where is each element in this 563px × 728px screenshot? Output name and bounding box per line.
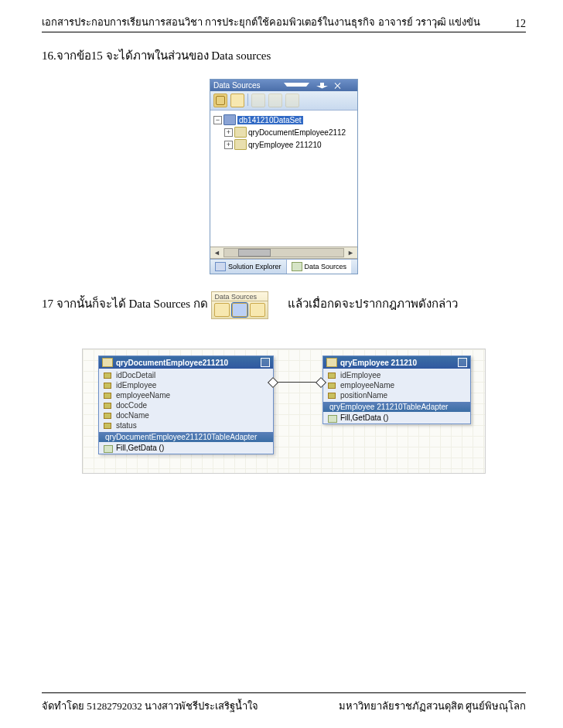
panel-titlebar[interactable]: Data Sources xyxy=(210,80,357,91)
edit-dataset-icon[interactable] xyxy=(232,303,247,317)
page-header: เอกสารประกอบการเรียนการสอนวิชา การประยุก… xyxy=(42,14,526,30)
entity-title: qryDocumentEmployee211210 xyxy=(116,359,258,367)
adapter-method[interactable]: Fill,GetData () xyxy=(99,442,273,454)
toolbar-icon[interactable] xyxy=(250,303,265,317)
panel-toolbar xyxy=(210,91,357,111)
tab-solution-explorer[interactable]: Solution Explorer xyxy=(210,260,286,274)
panel-tabs: Solution Explorer Data Sources xyxy=(210,259,357,274)
toolbar-icon-2 xyxy=(268,94,282,107)
footer-right: มหาวิทยาลัยราชภัฏสวนดุสิต ศูนย์พิษณุโลก xyxy=(339,698,526,714)
toolbar-icon-1 xyxy=(251,94,265,107)
field-row[interactable]: idEmployee xyxy=(323,370,470,380)
field-row[interactable]: employeeName xyxy=(99,390,273,400)
dataset-designer[interactable]: qryDocumentEmployee211210 idDocDetail id… xyxy=(82,349,486,474)
toolbar-icon-3 xyxy=(285,94,299,107)
data-sources-icon xyxy=(292,262,302,271)
tab-label: Data Sources xyxy=(305,263,347,270)
adapter-title: qryEmployee 211210TableAdapter xyxy=(329,403,448,411)
entity-fields: idEmployee employeeName positionName xyxy=(323,369,470,402)
tree-root-label: db141210DataSet xyxy=(237,116,303,124)
entity-header[interactable]: qryDocumentEmployee211210 xyxy=(99,356,273,369)
expand-icon[interactable]: + xyxy=(224,128,233,137)
adapter-title: qryDocumentEmployee211210TableAdapter xyxy=(105,433,257,441)
scroll-left-icon[interactable]: ◄ xyxy=(210,249,223,257)
paragraph-17: 17 จากนั้นก็จะได้ Data Sources กด Data S… xyxy=(42,291,526,319)
paragraph-17-b: แล้วเมื่อกดจะปรากกฎภาพดังกล่าว xyxy=(288,298,458,310)
add-datasource-icon[interactable] xyxy=(213,94,227,107)
paragraph-17-a: 17 จากนั้นก็จะได้ Data Sources กด xyxy=(42,298,208,310)
scroll-track[interactable] xyxy=(223,248,344,257)
entity-fields: idDocDetail idEmployee employeeName docC… xyxy=(99,369,273,432)
expand-icon[interactable]: + xyxy=(224,141,233,149)
dataset-icon xyxy=(223,114,236,125)
entity-header[interactable]: qryEmployee 211210 xyxy=(323,356,470,369)
relation-line[interactable] xyxy=(273,382,321,392)
scroll-right-icon[interactable]: ► xyxy=(344,249,357,257)
field-row[interactable]: docCode xyxy=(99,400,273,410)
solution-explorer-icon xyxy=(215,262,226,271)
pin-icon[interactable] xyxy=(312,83,332,89)
panel-tree: − db141210DataSet + qryDocumentEmployee2… xyxy=(210,111,357,247)
tree-node-root[interactable]: − db141210DataSet xyxy=(213,114,354,126)
collapse-entity-icon[interactable] xyxy=(261,358,270,367)
panel-title: Data Sources xyxy=(213,81,284,90)
adapter-method[interactable]: Fill,GetData () xyxy=(323,412,470,424)
tab-data-sources[interactable]: Data Sources xyxy=(286,260,352,274)
field-row[interactable]: positionName xyxy=(323,390,470,400)
inline-toolbar: Data Sources xyxy=(211,291,268,319)
scroll-thumb[interactable] xyxy=(238,249,271,257)
tree-node[interactable]: + qryEmployee 211210 xyxy=(213,138,354,151)
paragraph-16: 16.จากข้อ15 จะได้ภาพในส่วนของ Data sourc… xyxy=(42,46,526,65)
footer-rule xyxy=(42,692,526,693)
horizontal-scrollbar[interactable]: ◄ ► xyxy=(210,247,357,259)
entity-icon xyxy=(326,358,337,367)
adapter-header[interactable]: qryDocumentEmployee211210TableAdapter xyxy=(99,432,273,442)
tab-label: Solution Explorer xyxy=(228,263,282,270)
page-number: 12 xyxy=(515,18,526,30)
field-row[interactable]: docName xyxy=(99,410,273,420)
collapse-icon[interactable]: − xyxy=(213,116,222,124)
field-row[interactable]: idDocDetail xyxy=(99,370,273,380)
entity-icon xyxy=(102,358,113,367)
tree-item-label: qryEmployee 211210 xyxy=(248,141,322,149)
adapter-header[interactable]: qryEmployee 211210TableAdapter xyxy=(323,402,470,412)
tree-node[interactable]: + qryDocumentEmployee2112 xyxy=(213,126,354,138)
field-row[interactable]: status xyxy=(99,420,273,430)
tree-item-label: qryDocumentEmployee2112 xyxy=(248,128,346,137)
table-icon xyxy=(234,127,247,138)
edit-datasource-icon[interactable] xyxy=(230,94,244,107)
inline-toolbar-label: Data Sources xyxy=(212,292,268,301)
collapse-entity-icon[interactable] xyxy=(458,358,467,367)
entity-card[interactable]: qryDocumentEmployee211210 idDocDetail id… xyxy=(98,355,274,454)
entity-card[interactable]: qryEmployee 211210 idEmployee employeeNa… xyxy=(322,355,471,424)
toolbar-separator xyxy=(247,94,248,106)
document-page: เอกสารประกอบการเรียนการสอนวิชา การประยุก… xyxy=(0,0,563,728)
toolbar-icon[interactable] xyxy=(214,303,230,317)
field-row[interactable]: employeeName xyxy=(323,380,470,390)
entity-title: qryEmployee 211210 xyxy=(340,359,455,367)
dropdown-icon[interactable] xyxy=(284,83,309,87)
field-row[interactable]: idEmployee xyxy=(99,380,273,390)
footer-left: จัดทำโดย 51282792032 นางสาวพัชรีประเสริฐ… xyxy=(42,698,339,714)
table-icon xyxy=(234,139,247,150)
header-rule xyxy=(42,32,526,32)
page-footer: จัดทำโดย 51282792032 นางสาวพัชรีประเสริฐ… xyxy=(42,691,526,714)
close-icon[interactable] xyxy=(335,83,354,89)
header-text: เอกสารประกอบการเรียนการสอนวิชา การประยุก… xyxy=(42,14,506,30)
data-sources-panel: Data Sources − db141210Data xyxy=(210,79,358,274)
